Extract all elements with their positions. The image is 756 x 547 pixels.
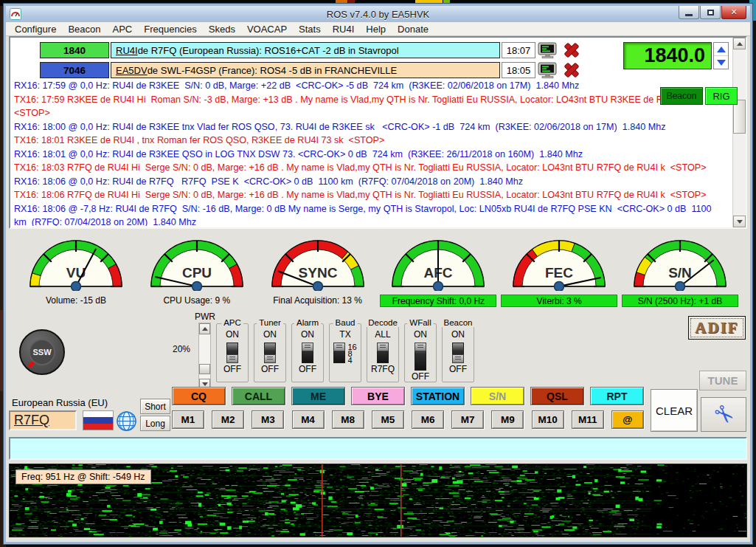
- menu-item-apc[interactable]: APC: [106, 24, 138, 35]
- monitor-icon-button[interactable]: [537, 42, 559, 58]
- gauge-sync: SYNCFinal Acquisition: 13 %: [260, 232, 376, 307]
- restore-button[interactable]: [700, 6, 721, 19]
- macro-button-m3[interactable]: M3: [252, 410, 284, 429]
- switch-tuner[interactable]: [264, 343, 276, 363]
- switch-handle: [302, 343, 313, 351]
- gauge-cpu: CPUCPU Usage: 9 %: [139, 232, 255, 307]
- macro-button-m9[interactable]: M9: [491, 410, 524, 429]
- macro-button-[interactable]: @: [611, 410, 644, 429]
- globe-icon[interactable]: [117, 411, 136, 431]
- switch-decode[interactable]: [377, 343, 389, 363]
- tune-button[interactable]: TUNE: [699, 371, 746, 391]
- switch-group-title: Beacon: [442, 318, 475, 327]
- macro-button-m1[interactable]: M1: [172, 410, 204, 429]
- menu-item-stats[interactable]: Stats: [293, 24, 327, 35]
- switch-bottom-label: OFF: [261, 364, 279, 375]
- close-button[interactable]: ✕: [721, 6, 746, 19]
- menu-item-frequencies[interactable]: Frequencies: [138, 24, 203, 35]
- long-path-button[interactable]: Long: [140, 416, 170, 431]
- clear-button[interactable]: CLEAR: [651, 389, 698, 432]
- macro-button-m8[interactable]: M8: [332, 410, 364, 429]
- switch-baud[interactable]: [333, 343, 345, 363]
- switch-beacon[interactable]: [452, 343, 464, 363]
- switch-alarm[interactable]: [302, 343, 313, 363]
- switch-group-decode: DecodeALLR7FQ: [367, 323, 399, 382]
- menu-item-skeds[interactable]: Skeds: [203, 24, 241, 35]
- switch-top-label: ON: [301, 329, 314, 340]
- waterfall-display[interactable]: Freq: 951 Hz @ Shift: -549 Hz: [9, 464, 747, 537]
- menu-item-ru4i[interactable]: RU4I: [327, 24, 361, 35]
- switch-wfall[interactable]: [415, 343, 426, 371]
- pwr-value: 20%: [173, 344, 195, 354]
- pwr-slider-thumb[interactable]: [199, 364, 210, 374]
- background-strip-bottom: [6, 542, 750, 547]
- monitor-icon-button[interactable]: [537, 62, 559, 78]
- frequency-spinner[interactable]: [713, 42, 729, 69]
- notification-callsign[interactable]: RU4I: [116, 45, 138, 56]
- macro-row-2: M1M2M3M4M8M5M6M7M9M10M11@: [172, 410, 644, 429]
- pwr-up-button[interactable]: [199, 323, 210, 334]
- menu-item-voacap[interactable]: VOACAP: [241, 24, 293, 35]
- log-line-tx: TX16: 18:01 R3KEE de RU4I , tnx Roman fe…: [14, 134, 729, 148]
- macro-button-m6[interactable]: M6: [412, 410, 444, 429]
- macro-button-m11[interactable]: M11: [572, 410, 604, 429]
- background-strip-top: [0, 0, 756, 6]
- macro-button-m10[interactable]: M10: [532, 410, 564, 429]
- pwr-slider[interactable]: [198, 323, 211, 391]
- dismiss-x-button[interactable]: [561, 62, 583, 78]
- frequency-up-button[interactable]: [714, 43, 728, 56]
- svg-text:SYNC: SYNC: [298, 265, 337, 281]
- minimize-button[interactable]: [679, 6, 699, 19]
- menu-item-help[interactable]: Help: [360, 24, 392, 35]
- scroll-up-button[interactable]: [733, 38, 746, 49]
- waterfall-tooltip: Freq: 951 Hz @ Shift: -549 Hz: [15, 469, 151, 484]
- log-scrollbar[interactable]: [732, 38, 746, 227]
- notification-time: 18:07: [502, 42, 535, 58]
- title-bar[interactable]: ROS v7.4.0 by EA5HVK ✕: [6, 6, 750, 22]
- notification-message[interactable]: EA5DV de SWL-F4GSP (France): ROS4 -5 dB …: [111, 62, 500, 78]
- macro-button-bye[interactable]: BYE: [351, 387, 405, 405]
- macro-button-qsl[interactable]: QSL: [530, 387, 584, 405]
- switch-bottom-label: OFF: [223, 364, 241, 375]
- dismiss-x-button[interactable]: [561, 42, 583, 58]
- rig-button[interactable]: RIG: [705, 87, 738, 105]
- macro-button-s-n[interactable]: S/N: [471, 387, 524, 405]
- menu-item-beacon[interactable]: Beacon: [62, 24, 106, 35]
- macro-button-m4[interactable]: M4: [292, 410, 325, 429]
- scroll-down-button[interactable]: [733, 216, 746, 227]
- message-input[interactable]: [9, 437, 747, 460]
- arrow-down-icon: [717, 60, 726, 66]
- switch-handle: [264, 354, 276, 363]
- short-path-button[interactable]: Short: [140, 399, 170, 414]
- macro-button-m7[interactable]: M7: [451, 410, 484, 429]
- notification-message[interactable]: RU4I de R7FQ (European Russia): ROS16+CA…: [111, 42, 500, 58]
- macro-button-me[interactable]: ME: [291, 387, 345, 405]
- menu-item-donate[interactable]: Donate: [392, 24, 434, 35]
- macro-button-rpt[interactable]: RPT: [590, 387, 644, 405]
- arrow-down-icon: [737, 220, 743, 224]
- svg-text:S/N: S/N: [668, 265, 692, 281]
- switch-top-label: TX: [339, 329, 350, 340]
- log-line-rx: RX16: 17:59 @ 0,0 Hz: RU4I de R3KEE S/N:…: [14, 79, 729, 93]
- arrow-up-icon: [737, 42, 743, 46]
- notification-frequency[interactable]: 1840: [40, 42, 109, 58]
- callsign-field[interactable]: R7FQ: [9, 410, 77, 430]
- gauge-s-n: S/NS/N (2500 Hz): +1 dB: [622, 232, 738, 307]
- beacon-indicator-button[interactable]: Beacon: [660, 87, 703, 105]
- macro-button-m2[interactable]: M2: [212, 410, 244, 429]
- cut-button[interactable]: ✂: [701, 397, 746, 432]
- macro-button-station[interactable]: STATION: [411, 387, 465, 405]
- notification-callsign[interactable]: EA5DV: [116, 65, 148, 76]
- gauge-label-sync: Final Acquisition: 13 %: [260, 295, 376, 307]
- ssw-knob[interactable]: SSW: [19, 329, 65, 375]
- svg-text:CPU: CPU: [182, 265, 212, 281]
- macro-button-call[interactable]: CALL: [232, 387, 285, 405]
- adif-button[interactable]: ADIF: [688, 316, 746, 340]
- menu-item-configure[interactable]: Configure: [9, 24, 62, 35]
- macro-button-cq[interactable]: CQ: [172, 387, 226, 405]
- switch-apc[interactable]: [226, 343, 238, 363]
- macro-button-m5[interactable]: M5: [372, 410, 404, 429]
- notification-frequency[interactable]: 7046: [40, 62, 109, 78]
- frequency-down-button[interactable]: [714, 56, 728, 69]
- switch-panel: APCONOFFTunerONOFFAlarmONOFFBaudTX1684De…: [216, 323, 474, 382]
